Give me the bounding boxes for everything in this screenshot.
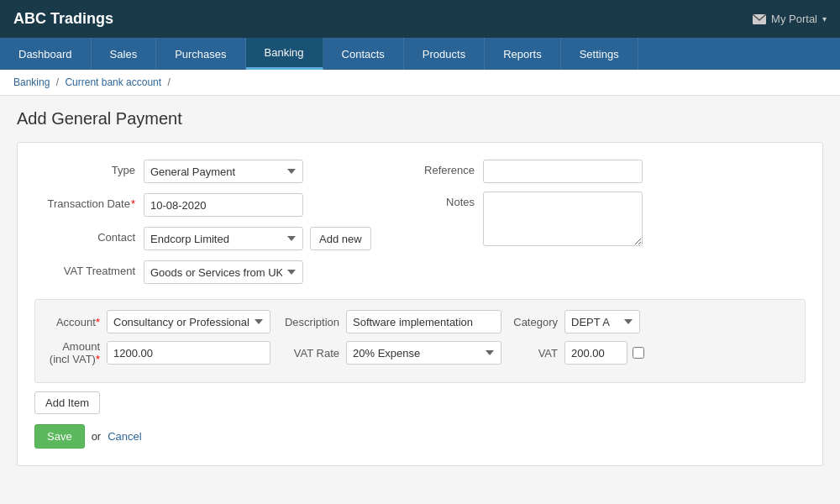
chevron-down-icon: ▾ (822, 14, 827, 24)
reference-row: Reference (420, 160, 806, 183)
amount-label: Amount (incl VAT)* (44, 340, 107, 365)
description-input[interactable] (346, 310, 501, 333)
transaction-date-row: Transaction Date (34, 193, 420, 217)
or-text: or (92, 430, 102, 443)
account-select[interactable]: Consultancy or Professional Fee... (107, 310, 270, 333)
add-item-container: Add Item (34, 391, 806, 414)
vat-checkbox[interactable] (633, 347, 644, 359)
form-right-col: Reference Notes (420, 160, 806, 294)
nav-item-purchases[interactable]: Purchases (156, 38, 245, 70)
reference-label: Reference (420, 160, 483, 176)
transaction-date-label: Transaction Date (34, 193, 144, 210)
add-item-button[interactable]: Add Item (34, 391, 100, 414)
contact-select[interactable]: Endcorp Limited (144, 227, 303, 250)
contact-row: Contact Endcorp Limited Add new (34, 227, 420, 250)
form-left-col: Type General Payment Transaction Date Co… (34, 160, 420, 294)
form-two-col: Type General Payment Transaction Date Co… (34, 160, 806, 294)
vat-label: VAT (501, 347, 564, 360)
category-label: Category (501, 316, 564, 328)
nav-item-contacts[interactable]: Contacts (323, 38, 404, 70)
type-label: Type (34, 160, 144, 176)
nav-bar: Dashboard Sales Purchases Banking Contac… (0, 38, 840, 70)
notes-textarea[interactable] (483, 192, 643, 246)
nav-item-products[interactable]: Products (404, 38, 485, 70)
vat-rate-select[interactable]: 20% Expense (346, 341, 501, 365)
page-title: Add General Payment (17, 109, 823, 129)
nav-item-dashboard[interactable]: Dashboard (0, 38, 92, 70)
vat-input[interactable] (564, 341, 627, 365)
cancel-button[interactable]: Cancel (108, 430, 141, 443)
amount-input[interactable] (107, 341, 270, 365)
breadcrumb-banking[interactable]: Banking (13, 76, 50, 88)
top-header: ABC Tradings My Portal ▾ (0, 0, 840, 38)
item-row-1: Account* Consultancy or Professional Fee… (44, 310, 796, 333)
type-row: Type General Payment (34, 160, 420, 183)
vat-treatment-label: VAT Treatment (34, 260, 144, 277)
contact-label: Contact (34, 227, 144, 244)
vat-rate-label: VAT Rate (270, 347, 346, 360)
category-select[interactable]: DEPT A (564, 310, 640, 333)
breadcrumb-current-bank[interactable]: Current bank account (65, 76, 161, 88)
vat-treatment-select[interactable]: Goods or Services from UK Sup... (144, 260, 303, 284)
item-row-2: Amount (incl VAT)* VAT Rate 20% Expense … (44, 340, 796, 365)
breadcrumb-separator2: / (167, 76, 170, 88)
mail-icon (753, 14, 766, 24)
type-select[interactable]: General Payment (144, 160, 303, 183)
reference-input[interactable] (483, 160, 643, 183)
item-section: Account* Consultancy or Professional Fee… (34, 299, 806, 383)
user-menu[interactable]: My Portal ▾ (753, 13, 827, 25)
account-label: Account* (44, 316, 107, 328)
add-new-button[interactable]: Add new (310, 227, 371, 250)
nav-item-banking[interactable]: Banking (246, 38, 323, 70)
page-content: Add General Payment Type General Payment… (0, 96, 840, 504)
notes-row: Notes (420, 192, 806, 246)
save-button[interactable]: Save (34, 424, 85, 449)
notes-label: Notes (420, 192, 483, 208)
nav-item-reports[interactable]: Reports (485, 38, 561, 70)
description-label: Description (270, 316, 346, 328)
vat-treatment-row: VAT Treatment Goods or Services from UK … (34, 260, 420, 284)
breadcrumb-separator: / (56, 76, 62, 88)
nav-item-sales[interactable]: Sales (92, 38, 157, 70)
transaction-date-input[interactable] (144, 193, 303, 217)
user-menu-label: My Portal (771, 13, 817, 25)
nav-item-settings[interactable]: Settings (561, 38, 638, 70)
form-container: Type General Payment Transaction Date Co… (17, 142, 823, 466)
action-row: Save or Cancel (34, 424, 806, 449)
app-title: ABC Tradings (13, 10, 113, 28)
breadcrumb: Banking / Current bank account / (0, 70, 840, 96)
